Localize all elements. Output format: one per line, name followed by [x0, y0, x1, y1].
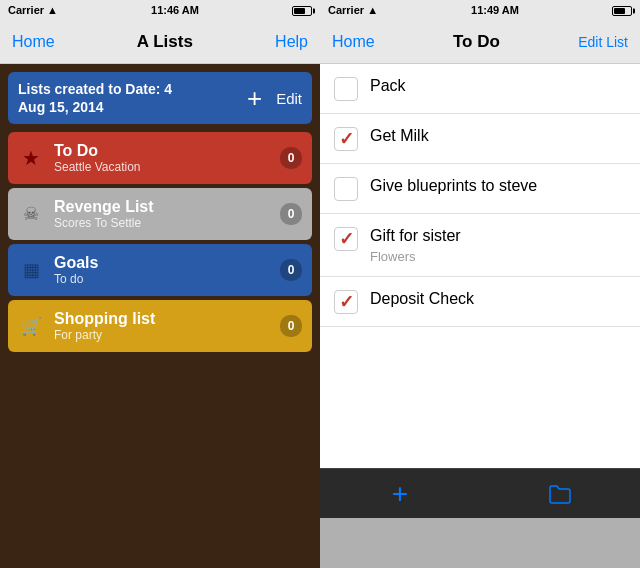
todo-item-blueprints[interactable]: Give blueprints to steve [320, 164, 640, 214]
todo-label-blueprints: Give blueprints to steve [370, 176, 626, 197]
todo-label-gift: Gift for sister [370, 226, 626, 247]
goals-text: Goals To do [54, 254, 280, 286]
todo-checkbox-blueprints[interactable] [334, 177, 358, 201]
todo-item-milk[interactable]: Get Milk [320, 114, 640, 164]
right-nav-bar: Home To Do Edit List [320, 20, 640, 64]
todo-subtitle: Seattle Vacation [54, 160, 280, 174]
goals-title: Goals [54, 254, 280, 272]
goals-subtitle: To do [54, 272, 280, 286]
left-status-bar: Carrier ▲ 11:46 AM [0, 0, 320, 20]
revenge-title: Revenge List [54, 198, 280, 216]
left-carrier: Carrier ▲ [8, 4, 58, 16]
battery-icon [292, 6, 312, 16]
goals-icon: ▦ [18, 259, 44, 281]
shopping-text: Shopping list For party [54, 310, 280, 342]
right-status-bar: Carrier ▲ 11:49 AM [320, 0, 640, 20]
todo-sublabel-gift: Flowers [370, 249, 626, 264]
shopping-icon: 🛒 [18, 316, 44, 337]
edit-lists-button[interactable]: Edit [276, 90, 302, 107]
list-item-revenge[interactable]: ☠ Revenge List Scores To Settle 0 [8, 188, 312, 240]
list-item-goals[interactable]: ▦ Goals To do 0 [8, 244, 312, 296]
battery-fill [294, 8, 305, 14]
lists-count-line: Lists created to Date: 4 [18, 81, 172, 97]
list-item-todo[interactable]: ★ To Do Seattle Vacation 0 [8, 132, 312, 184]
left-panel: Carrier ▲ 11:46 AM Home A Lists Help Lis… [0, 0, 320, 568]
todo-title: To Do [54, 142, 280, 160]
todo-text-pack: Pack [370, 76, 626, 97]
right-time: 11:49 AM [471, 4, 519, 16]
wifi-icon: ▲ [47, 4, 58, 16]
left-nav-bar: Home A Lists Help [0, 20, 320, 64]
todo-checkbox-pack[interactable] [334, 77, 358, 101]
right-battery [612, 4, 632, 16]
list-items-container: ★ To Do Seattle Vacation 0 ☠ Revenge Lis… [0, 132, 320, 352]
todo-label-deposit: Deposit Check [370, 289, 626, 310]
todo-icon: ★ [18, 146, 44, 170]
right-battery-fill [614, 8, 625, 14]
todo-count: 0 [280, 147, 302, 169]
goals-count: 0 [280, 259, 302, 281]
todo-text-gift: Gift for sister Flowers [370, 226, 626, 264]
todo-label-milk: Get Milk [370, 126, 626, 147]
revenge-icon: ☠ [18, 203, 44, 225]
todo-checkbox-deposit[interactable] [334, 290, 358, 314]
todo-list: Pack Get Milk Give blueprints to steve G… [320, 64, 640, 468]
left-carrier-text: Carrier [8, 4, 44, 16]
lists-date-line: Aug 15, 2014 [18, 99, 104, 115]
todo-item-deposit[interactable]: Deposit Check [320, 277, 640, 327]
left-home-button[interactable]: Home [12, 33, 55, 51]
folder-button[interactable] [530, 474, 590, 514]
add-todo-button[interactable]: + [370, 474, 430, 514]
right-nav-title: To Do [453, 32, 500, 52]
right-bottom-gray [320, 518, 640, 568]
shopping-count: 0 [280, 315, 302, 337]
left-background [0, 352, 320, 568]
lists-header-text: Lists created to Date: 4 Aug 15, 2014 [18, 80, 172, 116]
revenge-text: Revenge List Scores To Settle [54, 198, 280, 230]
revenge-subtitle: Scores To Settle [54, 216, 280, 230]
left-battery [292, 4, 312, 16]
left-nav-title: A Lists [137, 32, 193, 52]
lists-header-actions: + Edit [247, 83, 302, 114]
todo-text: To Do Seattle Vacation [54, 142, 280, 174]
right-battery-icon [612, 6, 632, 16]
todo-text-deposit: Deposit Check [370, 289, 626, 310]
left-help-button[interactable]: Help [275, 33, 308, 51]
left-time: 11:46 AM [151, 4, 199, 16]
todo-checkbox-gift[interactable] [334, 227, 358, 251]
right-home-button[interactable]: Home [332, 33, 375, 51]
right-wifi-icon: ▲ [367, 4, 378, 16]
todo-checkbox-milk[interactable] [334, 127, 358, 151]
todo-toolbar: + [320, 468, 640, 518]
right-carrier-text: Carrier [328, 4, 364, 16]
todo-label-pack: Pack [370, 76, 626, 97]
revenge-count: 0 [280, 203, 302, 225]
todo-item-gift[interactable]: Gift for sister Flowers [320, 214, 640, 277]
right-panel: Carrier ▲ 11:49 AM Home To Do Edit List … [320, 0, 640, 568]
list-item-shopping[interactable]: 🛒 Shopping list For party 0 [8, 300, 312, 352]
todo-text-blueprints: Give blueprints to steve [370, 176, 626, 197]
shopping-subtitle: For party [54, 328, 280, 342]
folder-icon [548, 484, 572, 504]
right-carrier: Carrier ▲ [328, 4, 378, 16]
right-edit-button[interactable]: Edit List [578, 34, 628, 50]
lists-header: Lists created to Date: 4 Aug 15, 2014 + … [8, 72, 312, 124]
todo-item-pack[interactable]: Pack [320, 64, 640, 114]
shopping-title: Shopping list [54, 310, 280, 328]
add-list-button[interactable]: + [247, 83, 262, 114]
todo-text-milk: Get Milk [370, 126, 626, 147]
